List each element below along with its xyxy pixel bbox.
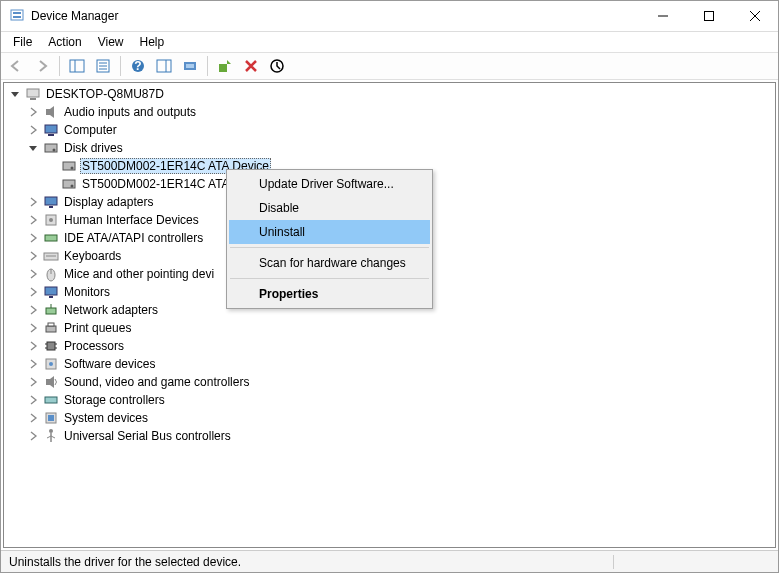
window-title: Device Manager bbox=[31, 9, 640, 23]
svg-rect-32 bbox=[45, 197, 57, 205]
app-icon bbox=[9, 8, 25, 24]
uninstall-button[interactable] bbox=[239, 54, 263, 78]
toolbar-separator bbox=[207, 56, 208, 76]
tree-item-label: Computer bbox=[62, 123, 119, 137]
device-tree[interactable]: DESKTOP-Q8MU87DAudio inputs and outputsC… bbox=[3, 82, 776, 548]
svg-text:?: ? bbox=[134, 59, 141, 73]
svg-rect-18 bbox=[186, 64, 194, 68]
svg-rect-19 bbox=[219, 64, 227, 72]
show-hide-console-tree-button[interactable] bbox=[65, 54, 89, 78]
svg-rect-46 bbox=[48, 323, 54, 326]
svg-rect-0 bbox=[11, 10, 23, 20]
chevron-right-icon[interactable] bbox=[26, 267, 40, 281]
context-menu-item[interactable]: Uninstall bbox=[229, 220, 430, 244]
tree-category-storage[interactable]: Storage controllers bbox=[4, 391, 775, 409]
disable-button[interactable] bbox=[265, 54, 289, 78]
chevron-right-icon[interactable] bbox=[26, 321, 40, 335]
maximize-button[interactable] bbox=[686, 1, 732, 31]
forward-button[interactable] bbox=[30, 54, 54, 78]
chevron-right-icon[interactable] bbox=[26, 393, 40, 407]
menu-action[interactable]: Action bbox=[40, 33, 89, 51]
context-menu: Update Driver Software...DisableUninstal… bbox=[226, 169, 433, 309]
chevron-down-icon[interactable] bbox=[26, 141, 40, 155]
tree-item-label: DESKTOP-Q8MU87D bbox=[44, 87, 166, 101]
context-menu-item[interactable]: Properties bbox=[229, 282, 430, 306]
svg-rect-42 bbox=[49, 296, 53, 298]
tree-item-label: Universal Serial Bus controllers bbox=[62, 429, 233, 443]
tree-item-label: Disk drives bbox=[62, 141, 125, 155]
chevron-right-icon[interactable] bbox=[26, 231, 40, 245]
keyboard-icon bbox=[43, 248, 59, 264]
tree-category-usb[interactable]: Universal Serial Bus controllers bbox=[4, 427, 775, 445]
tree-category-software[interactable]: Software devices bbox=[4, 355, 775, 373]
chevron-right-icon[interactable] bbox=[26, 411, 40, 425]
back-button[interactable] bbox=[4, 54, 28, 78]
chevron-right-icon[interactable] bbox=[26, 213, 40, 227]
monitor-icon bbox=[43, 284, 59, 300]
tree-item-label: System devices bbox=[62, 411, 150, 425]
chevron-right-icon[interactable] bbox=[26, 429, 40, 443]
tree-item-label: Network adapters bbox=[62, 303, 160, 317]
tree-category-disk[interactable]: Disk drives bbox=[4, 139, 775, 157]
chevron-right-icon[interactable] bbox=[26, 123, 40, 137]
chevron-right-icon[interactable] bbox=[26, 303, 40, 317]
tree-category-audio[interactable]: Audio inputs and outputs bbox=[4, 103, 775, 121]
help-button[interactable]: ? bbox=[126, 54, 150, 78]
tree-root[interactable]: DESKTOP-Q8MU87D bbox=[4, 85, 775, 103]
tree-item-label: Keyboards bbox=[62, 249, 123, 263]
menu-view[interactable]: View bbox=[90, 33, 132, 51]
minimize-button[interactable] bbox=[640, 1, 686, 31]
tree-item-label: Storage controllers bbox=[62, 393, 167, 407]
menu-file[interactable]: File bbox=[5, 33, 40, 51]
tree-category-sound[interactable]: Sound, video and game controllers bbox=[4, 373, 775, 391]
svg-rect-21 bbox=[27, 89, 39, 97]
toolbar-separator bbox=[59, 56, 60, 76]
chevron-right-icon[interactable] bbox=[26, 357, 40, 371]
svg-rect-36 bbox=[45, 235, 57, 241]
tree-item-label: ST500DM002-1ER14C ATA bbox=[80, 177, 232, 191]
svg-point-29 bbox=[71, 167, 74, 170]
menu-help[interactable]: Help bbox=[132, 33, 173, 51]
context-menu-item[interactable]: Disable bbox=[229, 196, 430, 220]
chevron-right-icon[interactable] bbox=[26, 195, 40, 209]
svg-point-27 bbox=[53, 149, 56, 152]
properties-button[interactable] bbox=[91, 54, 115, 78]
tree-item-label: Display adapters bbox=[62, 195, 155, 209]
chevron-right-icon[interactable] bbox=[26, 339, 40, 353]
svg-rect-45 bbox=[46, 326, 56, 332]
svg-rect-4 bbox=[705, 12, 714, 21]
svg-rect-47 bbox=[47, 342, 55, 350]
tree-category-system[interactable]: System devices bbox=[4, 409, 775, 427]
menubar: File Action View Help bbox=[1, 32, 778, 52]
chevron-right-icon[interactable] bbox=[26, 249, 40, 263]
svg-rect-33 bbox=[49, 206, 53, 208]
update-driver-button[interactable] bbox=[213, 54, 237, 78]
toolbar-separator bbox=[120, 56, 121, 76]
action-pane-button[interactable] bbox=[152, 54, 176, 78]
tree-category-computer[interactable]: Computer bbox=[4, 121, 775, 139]
svg-rect-2 bbox=[13, 16, 21, 18]
chevron-right-icon[interactable] bbox=[26, 285, 40, 299]
tree-category-printer[interactable]: Print queues bbox=[4, 319, 775, 337]
titlebar: Device Manager bbox=[1, 1, 778, 32]
chevron-down-icon[interactable] bbox=[8, 87, 22, 101]
tree-item-label: IDE ATA/ATAPI controllers bbox=[62, 231, 205, 245]
toolbar: ? bbox=[1, 52, 778, 80]
context-menu-item[interactable]: Scan for hardware changes bbox=[229, 251, 430, 275]
chevron-right-icon[interactable] bbox=[26, 105, 40, 119]
hid-icon bbox=[43, 212, 59, 228]
chevron-right-icon bbox=[44, 159, 58, 173]
tree-item-label: Print queues bbox=[62, 321, 133, 335]
svg-rect-57 bbox=[48, 415, 54, 421]
mouse-icon bbox=[43, 266, 59, 282]
close-button[interactable] bbox=[732, 1, 778, 31]
svg-rect-55 bbox=[45, 397, 57, 403]
svg-rect-54 bbox=[46, 379, 50, 385]
context-menu-item[interactable]: Update Driver Software... bbox=[229, 172, 430, 196]
scan-hardware-button[interactable] bbox=[178, 54, 202, 78]
chevron-right-icon[interactable] bbox=[26, 375, 40, 389]
tree-item-label: Human Interface Devices bbox=[62, 213, 201, 227]
svg-rect-41 bbox=[45, 287, 57, 295]
tree-category-cpu[interactable]: Processors bbox=[4, 337, 775, 355]
svg-rect-22 bbox=[30, 98, 36, 100]
